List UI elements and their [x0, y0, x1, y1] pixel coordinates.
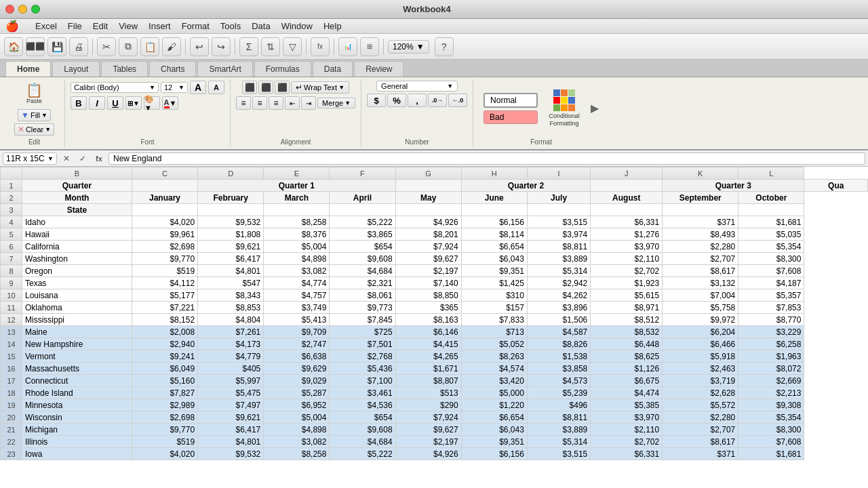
cell-b16[interactable]: Massachusetts — [22, 363, 132, 375]
undo-button[interactable]: ↩ — [190, 37, 209, 56]
align-top-left-button[interactable]: ⬛ — [242, 81, 257, 94]
menu-edit[interactable]: Edit — [87, 21, 113, 31]
cell-k16[interactable]: $2,463 — [663, 363, 738, 375]
align-left-button[interactable]: ≡ — [236, 96, 251, 110]
cell-j2[interactable]: August — [591, 192, 663, 204]
cell-c23[interactable]: $4,020 — [132, 448, 197, 460]
col-header-k[interactable]: K — [663, 167, 738, 180]
cell-l2[interactable]: October — [738, 192, 804, 204]
cell-f14[interactable]: $7,501 — [330, 338, 395, 350]
cell-b5[interactable]: Hawaii — [22, 228, 132, 241]
col-header-g[interactable]: G — [395, 167, 461, 180]
cell-j14[interactable]: $6,448 — [591, 338, 663, 350]
maximize-button[interactable] — [31, 5, 40, 14]
cell-j6[interactable]: $3,970 — [591, 241, 663, 253]
cell-f23[interactable]: $5,222 — [330, 448, 395, 460]
fill-button[interactable]: ▼ Fill ▼ — [18, 109, 51, 121]
cell-h19[interactable]: $1,220 — [461, 399, 527, 411]
col-header-b[interactable]: B — [22, 167, 132, 180]
merge-button[interactable]: Merge ▼ — [317, 98, 355, 108]
cell-g2[interactable]: May — [395, 192, 461, 204]
formula-button[interactable]: fx — [311, 37, 330, 56]
cell-f5[interactable]: $3,865 — [330, 228, 395, 241]
cell-l10[interactable]: $5,357 — [738, 289, 804, 302]
cell-g4[interactable]: $4,926 — [395, 216, 461, 228]
menu-excel[interactable]: Excel — [30, 21, 62, 31]
normal-style[interactable]: Normal — [484, 93, 538, 108]
cell-b9[interactable]: Texas — [22, 277, 132, 289]
sort-button[interactable]: ⇅ — [261, 37, 280, 56]
clear-button[interactable]: ✕ Clear ▼ — [14, 123, 54, 136]
cell-i5[interactable]: $3,974 — [527, 228, 590, 241]
cell-j3[interactable] — [591, 204, 663, 216]
cell-f15[interactable]: $2,768 — [330, 350, 395, 363]
cell-k10[interactable]: $7,004 — [663, 289, 738, 302]
cell-f7[interactable]: $9,608 — [330, 253, 395, 265]
cell-k7[interactable]: $2,707 — [663, 253, 738, 265]
cell-l17[interactable]: $2,669 — [738, 375, 804, 387]
align-top-right-button[interactable]: ⬛ — [275, 81, 290, 94]
cell-i16[interactable]: $3,858 — [527, 363, 590, 375]
cell-d23[interactable]: $9,532 — [198, 448, 264, 460]
col-header-j[interactable]: J — [591, 167, 663, 180]
cell-c11[interactable]: $7,221 — [132, 302, 197, 314]
cell-b15[interactable]: Vermont — [22, 350, 132, 363]
menu-insert[interactable]: Insert — [143, 21, 176, 31]
cell-reference[interactable]: 11R x 15C ▼ — [3, 152, 57, 165]
cell-g3[interactable] — [395, 204, 461, 216]
cell-j15[interactable]: $8,625 — [591, 350, 663, 363]
tab-home[interactable]: Home — [5, 61, 51, 77]
minimize-button[interactable] — [18, 5, 27, 14]
window-controls[interactable] — [5, 5, 40, 14]
cell-h6[interactable]: $6,654 — [461, 241, 527, 253]
cell-k14[interactable]: $6,466 — [663, 338, 738, 350]
cell-i23[interactable]: $3,515 — [527, 448, 590, 460]
cell-d19[interactable]: $7,497 — [198, 399, 264, 411]
cell-d11[interactable]: $8,853 — [198, 302, 264, 314]
font-grow-button[interactable]: A — [190, 81, 206, 94]
cell-i20[interactable]: $8,811 — [527, 411, 590, 424]
cell-j13[interactable]: $8,532 — [591, 326, 663, 338]
chart-button[interactable]: 📊 — [338, 37, 357, 56]
cell-j1[interactable]: Quarter 3 — [663, 180, 804, 192]
cell-j7[interactable]: $2,110 — [591, 253, 663, 265]
cell-h15[interactable]: $8,263 — [461, 350, 527, 363]
cell-h14[interactable]: $5,052 — [461, 338, 527, 350]
cell-d15[interactable]: $4,779 — [198, 350, 264, 363]
cell-c3[interactable] — [132, 204, 197, 216]
col-header-c[interactable]: C — [132, 167, 197, 180]
cell-h13[interactable]: $713 — [461, 326, 527, 338]
cell-i10[interactable]: $4,262 — [527, 289, 590, 302]
bold-button[interactable]: B — [71, 96, 87, 110]
paste-button-ribbon[interactable]: 📋 Paste — [21, 81, 47, 107]
cell-f6[interactable]: $654 — [330, 241, 395, 253]
confirm-formula-button[interactable]: ✓ — [76, 152, 90, 165]
align-center-button[interactable]: ≡ — [252, 96, 267, 110]
cell-e22[interactable]: $3,082 — [264, 436, 330, 448]
cell-l21[interactable]: $8,300 — [738, 424, 804, 436]
cell-h23[interactable]: $6,156 — [461, 448, 527, 460]
cell-k11[interactable]: $5,758 — [663, 302, 738, 314]
cell-c20[interactable]: $2,698 — [132, 411, 197, 424]
decrease-indent-button[interactable]: ⇤ — [285, 96, 300, 110]
help-button[interactable]: ? — [435, 37, 454, 56]
cell-i6[interactable]: $8,811 — [527, 241, 590, 253]
cell-l19[interactable]: $9,308 — [738, 399, 804, 411]
cell-i8[interactable]: $5,314 — [527, 265, 590, 277]
cell-c13[interactable]: $2,008 — [132, 326, 197, 338]
cell-i4[interactable]: $3,515 — [527, 216, 590, 228]
cell-e13[interactable]: $9,709 — [264, 326, 330, 338]
menu-format[interactable]: Format — [176, 21, 215, 31]
menu-view[interactable]: View — [113, 21, 143, 31]
cell-e9[interactable]: $4,774 — [264, 277, 330, 289]
cell-f1[interactable] — [395, 180, 461, 192]
cell-d13[interactable]: $7,261 — [198, 326, 264, 338]
font-size-selector[interactable]: 12 ▼ — [161, 82, 188, 93]
cell-k13[interactable]: $6,204 — [663, 326, 738, 338]
cell-j10[interactable]: $5,615 — [591, 289, 663, 302]
cell-k3[interactable] — [663, 204, 738, 216]
cell-i2[interactable]: July — [527, 192, 590, 204]
cell-c6[interactable]: $2,698 — [132, 241, 197, 253]
cell-j11[interactable]: $8,971 — [591, 302, 663, 314]
cell-h16[interactable]: $4,574 — [461, 363, 527, 375]
